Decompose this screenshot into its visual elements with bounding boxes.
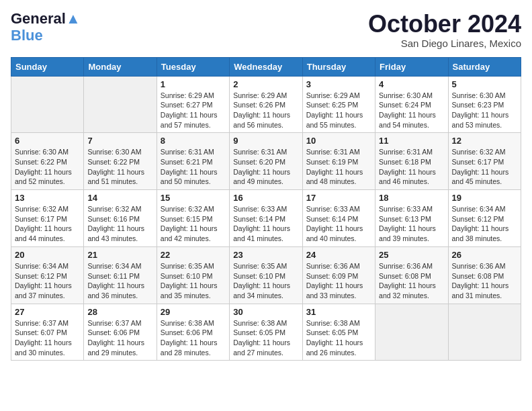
calendar-cell: 11Sunrise: 6:31 AM Sunset: 6:18 PM Dayli… bbox=[375, 133, 448, 190]
day-info: Sunrise: 6:29 AM Sunset: 6:27 PM Dayligh… bbox=[161, 91, 226, 130]
title-block: October 2024 San Diego Linares, Mexico bbox=[368, 11, 521, 49]
header-cell-monday: Monday bbox=[84, 57, 157, 76]
calendar-cell: 27Sunrise: 6:37 AM Sunset: 6:07 PM Dayli… bbox=[11, 304, 84, 361]
day-number: 7 bbox=[87, 136, 152, 146]
day-number: 4 bbox=[379, 79, 444, 89]
day-number: 15 bbox=[161, 193, 226, 203]
calendar-cell bbox=[84, 76, 157, 133]
day-info: Sunrise: 6:34 AM Sunset: 6:12 PM Dayligh… bbox=[15, 261, 80, 301]
day-info: Sunrise: 6:31 AM Sunset: 6:20 PM Dayligh… bbox=[233, 147, 298, 187]
logo: General▲ Blue bbox=[11, 11, 81, 44]
logo-blue: Blue bbox=[11, 27, 43, 44]
day-number: 18 bbox=[379, 193, 444, 203]
calendar-cell: 5Sunrise: 6:30 AM Sunset: 6:23 PM Daylig… bbox=[448, 76, 521, 133]
calendar-week-3: 20Sunrise: 6:34 AM Sunset: 6:12 PM Dayli… bbox=[11, 246, 521, 304]
day-number: 27 bbox=[15, 307, 80, 317]
day-info: Sunrise: 6:37 AM Sunset: 6:07 PM Dayligh… bbox=[15, 318, 80, 358]
day-info: Sunrise: 6:37 AM Sunset: 6:06 PM Dayligh… bbox=[87, 318, 152, 358]
day-number: 6 bbox=[15, 136, 80, 146]
day-info: Sunrise: 6:31 AM Sunset: 6:19 PM Dayligh… bbox=[306, 147, 371, 187]
day-info: Sunrise: 6:36 AM Sunset: 6:09 PM Dayligh… bbox=[306, 261, 371, 301]
day-number: 13 bbox=[15, 193, 80, 203]
day-info: Sunrise: 6:38 AM Sunset: 6:06 PM Dayligh… bbox=[161, 318, 226, 358]
calendar-cell: 17Sunrise: 6:33 AM Sunset: 6:14 PM Dayli… bbox=[302, 190, 375, 247]
header-cell-tuesday: Tuesday bbox=[157, 57, 229, 76]
calendar-cell: 3Sunrise: 6:29 AM Sunset: 6:25 PM Daylig… bbox=[302, 76, 375, 133]
calendar-cell: 21Sunrise: 6:34 AM Sunset: 6:11 PM Dayli… bbox=[84, 246, 157, 304]
calendar-table: SundayMondayTuesdayWednesdayThursdayFrid… bbox=[11, 57, 521, 361]
day-number: 20 bbox=[15, 250, 80, 260]
day-number: 16 bbox=[233, 193, 298, 203]
calendar-week-0: 1Sunrise: 6:29 AM Sunset: 6:27 PM Daylig… bbox=[11, 76, 521, 133]
day-info: Sunrise: 6:31 AM Sunset: 6:18 PM Dayligh… bbox=[379, 147, 444, 187]
calendar-cell: 29Sunrise: 6:38 AM Sunset: 6:06 PM Dayli… bbox=[157, 304, 229, 361]
day-number: 17 bbox=[306, 193, 371, 203]
calendar-cell: 9Sunrise: 6:31 AM Sunset: 6:20 PM Daylig… bbox=[230, 133, 302, 190]
calendar-cell: 31Sunrise: 6:38 AM Sunset: 6:05 PM Dayli… bbox=[302, 304, 375, 361]
calendar-cell: 2Sunrise: 6:29 AM Sunset: 6:26 PM Daylig… bbox=[230, 76, 302, 133]
calendar-cell: 22Sunrise: 6:35 AM Sunset: 6:10 PM Dayli… bbox=[157, 246, 229, 304]
day-info: Sunrise: 6:29 AM Sunset: 6:26 PM Dayligh… bbox=[233, 91, 298, 130]
day-info: Sunrise: 6:38 AM Sunset: 6:05 PM Dayligh… bbox=[233, 318, 298, 358]
day-number: 8 bbox=[161, 136, 226, 146]
day-info: Sunrise: 6:34 AM Sunset: 6:11 PM Dayligh… bbox=[87, 261, 152, 301]
day-number: 14 bbox=[87, 193, 152, 203]
page-header: General▲ Blue October 2024 San Diego Lin… bbox=[11, 11, 521, 49]
day-info: Sunrise: 6:31 AM Sunset: 6:21 PM Dayligh… bbox=[161, 147, 226, 187]
day-info: Sunrise: 6:29 AM Sunset: 6:25 PM Dayligh… bbox=[306, 91, 371, 130]
month-title: October 2024 bbox=[368, 11, 521, 38]
calendar-week-4: 27Sunrise: 6:37 AM Sunset: 6:07 PM Dayli… bbox=[11, 304, 521, 361]
calendar-cell: 30Sunrise: 6:38 AM Sunset: 6:05 PM Dayli… bbox=[230, 304, 302, 361]
calendar-cell: 15Sunrise: 6:32 AM Sunset: 6:15 PM Dayli… bbox=[157, 190, 229, 247]
day-number: 5 bbox=[452, 79, 517, 89]
day-number: 11 bbox=[379, 136, 444, 146]
calendar-cell: 28Sunrise: 6:37 AM Sunset: 6:06 PM Dayli… bbox=[84, 304, 157, 361]
calendar-cell: 18Sunrise: 6:33 AM Sunset: 6:13 PM Dayli… bbox=[375, 190, 448, 247]
day-number: 3 bbox=[306, 79, 371, 89]
calendar-cell: 19Sunrise: 6:34 AM Sunset: 6:12 PM Dayli… bbox=[448, 190, 521, 247]
calendar-cell: 24Sunrise: 6:36 AM Sunset: 6:09 PM Dayli… bbox=[302, 246, 375, 304]
day-number: 24 bbox=[306, 250, 371, 260]
day-info: Sunrise: 6:32 AM Sunset: 6:15 PM Dayligh… bbox=[161, 204, 226, 244]
day-number: 29 bbox=[161, 307, 226, 317]
header-cell-wednesday: Wednesday bbox=[230, 57, 302, 76]
day-info: Sunrise: 6:33 AM Sunset: 6:14 PM Dayligh… bbox=[306, 204, 371, 244]
calendar-week-2: 13Sunrise: 6:32 AM Sunset: 6:17 PM Dayli… bbox=[11, 190, 521, 247]
header-cell-thursday: Thursday bbox=[302, 57, 375, 76]
calendar-cell: 20Sunrise: 6:34 AM Sunset: 6:12 PM Dayli… bbox=[11, 246, 84, 304]
day-info: Sunrise: 6:38 AM Sunset: 6:05 PM Dayligh… bbox=[306, 318, 371, 358]
day-number: 10 bbox=[306, 136, 371, 146]
calendar-cell: 26Sunrise: 6:36 AM Sunset: 6:08 PM Dayli… bbox=[448, 246, 521, 304]
calendar-cell: 12Sunrise: 6:32 AM Sunset: 6:17 PM Dayli… bbox=[448, 133, 521, 190]
day-number: 23 bbox=[233, 250, 298, 260]
header-cell-sunday: Sunday bbox=[11, 57, 84, 76]
calendar-cell: 23Sunrise: 6:35 AM Sunset: 6:10 PM Dayli… bbox=[230, 246, 302, 304]
day-info: Sunrise: 6:30 AM Sunset: 6:23 PM Dayligh… bbox=[452, 91, 517, 130]
calendar-cell: 6Sunrise: 6:30 AM Sunset: 6:22 PM Daylig… bbox=[11, 133, 84, 190]
day-number: 1 bbox=[161, 79, 226, 89]
header-cell-friday: Friday bbox=[375, 57, 448, 76]
day-number: 19 bbox=[452, 193, 517, 203]
day-info: Sunrise: 6:32 AM Sunset: 6:17 PM Dayligh… bbox=[452, 147, 517, 187]
day-number: 25 bbox=[379, 250, 444, 260]
day-info: Sunrise: 6:35 AM Sunset: 6:10 PM Dayligh… bbox=[233, 261, 298, 301]
day-number: 26 bbox=[452, 250, 517, 260]
calendar-header: SundayMondayTuesdayWednesdayThursdayFrid… bbox=[11, 57, 521, 76]
calendar-cell: 16Sunrise: 6:33 AM Sunset: 6:14 PM Dayli… bbox=[230, 190, 302, 247]
day-info: Sunrise: 6:33 AM Sunset: 6:13 PM Dayligh… bbox=[379, 204, 444, 244]
calendar-cell: 13Sunrise: 6:32 AM Sunset: 6:17 PM Dayli… bbox=[11, 190, 84, 247]
calendar-cell: 10Sunrise: 6:31 AM Sunset: 6:19 PM Dayli… bbox=[302, 133, 375, 190]
calendar-cell: 25Sunrise: 6:36 AM Sunset: 6:08 PM Dayli… bbox=[375, 246, 448, 304]
location-subtitle: San Diego Linares, Mexico bbox=[368, 38, 521, 49]
logo-text: General▲ bbox=[11, 11, 81, 27]
day-number: 30 bbox=[233, 307, 298, 317]
calendar-cell bbox=[448, 304, 521, 361]
day-info: Sunrise: 6:36 AM Sunset: 6:08 PM Dayligh… bbox=[452, 261, 517, 301]
day-info: Sunrise: 6:30 AM Sunset: 6:24 PM Dayligh… bbox=[379, 91, 444, 130]
calendar-week-1: 6Sunrise: 6:30 AM Sunset: 6:22 PM Daylig… bbox=[11, 133, 521, 190]
calendar-cell: 7Sunrise: 6:30 AM Sunset: 6:22 PM Daylig… bbox=[84, 133, 157, 190]
day-number: 12 bbox=[452, 136, 517, 146]
day-number: 22 bbox=[161, 250, 226, 260]
calendar-cell: 1Sunrise: 6:29 AM Sunset: 6:27 PM Daylig… bbox=[157, 76, 229, 133]
day-number: 31 bbox=[306, 307, 371, 317]
